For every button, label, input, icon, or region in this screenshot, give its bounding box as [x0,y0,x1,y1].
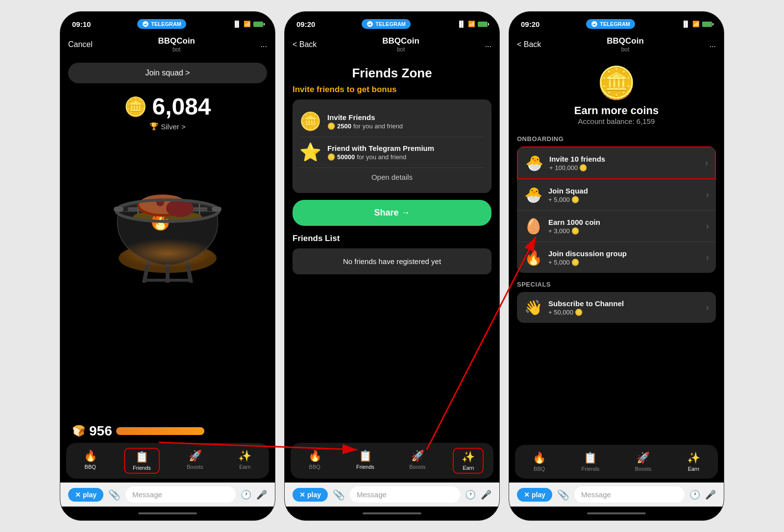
bread-count-row: 🍞 956 [68,423,204,439]
boosts-tab-label-1: Boosts [187,464,203,470]
coin-mini-icon-2: 🪙 [327,153,335,161]
mic-icon-1: 🎤 [256,489,267,500]
tab-earn-2[interactable]: ✨ Earn [453,448,484,474]
tab-boosts-2[interactable]: 🚀 Boosts [401,448,434,474]
boosts-tab-label-3: Boosts [635,466,652,472]
tab-friends-2[interactable]: 📋 Friends [348,448,382,474]
friends-zone-title: Friends Zone [293,58,491,85]
premium-friends-option[interactable]: ⭐ Friend with Telegram Premium 🪙 50000 f… [299,137,485,168]
status-bar-3: 09:20 TELEGRAM ▐▌ 📶 [509,12,724,33]
message-input-2[interactable]: Message [350,486,460,503]
phone-friends: 09:20 TELEGRAM ▐▌ 📶 < Back BBQCoin bot .… [284,11,500,521]
coin-icon: 🪙 [124,96,147,118]
tab-friends-1[interactable]: 📋 Friends [124,448,160,474]
message-input-3[interactable]: Message [574,486,685,503]
status-bar-1: 09:10 TELEGRAM ▐▌ 📶 [60,12,275,33]
subscribe-bonus: + 50,000 🪙 [548,309,700,316]
earn-1000-title: Earn 1000 coin [548,218,700,226]
message-bar-1: ✕ play 📎 Message 🕐 🎤 [60,483,275,507]
premium-friends-bonus: 🪙 50000 for you and friend [327,153,434,161]
x-icon-2: ✕ [299,491,305,499]
chick-icon-2: 🐣 [524,186,542,203]
tab-bar-1: 🔥 BBQ 📋 Friends 🚀 Boosts ✨ Earn [66,443,269,479]
back-button-3[interactable]: < Back [517,40,541,49]
earn-item-invite-10[interactable]: 🐣 Invite 10 friends + 100,000 🪙 › [517,146,716,179]
tab-earn-1[interactable]: ✨ Earn [230,448,259,474]
message-input-1[interactable]: Message [125,486,236,503]
home-bar-1 [138,512,197,514]
invite-10-title: Invite 10 friends [549,155,699,163]
earn-item-discussion[interactable]: 🔥 Join discussion group + 5,000 🪙 › [517,242,716,273]
friends-tab-icon-2: 📋 [359,450,372,462]
tab-bar-2: 🔥 BBQ 📋 Friends 🚀 Boosts ✨ Earn [291,443,493,479]
play-button-3[interactable]: ✕ play [517,488,552,502]
attachment-icon-1[interactable]: 📎 [108,489,121,501]
open-details-button[interactable]: Open details [299,168,485,186]
friends-screen: Friends Zone Invite friends to get bonus… [285,58,499,439]
app-subtitle-3: bot [607,46,644,53]
more-button-3[interactable]: ... [710,40,716,49]
mic-icon-2: 🎤 [481,489,491,500]
tab-bbq-1[interactable]: 🔥 BBQ [76,448,105,474]
earn-1000-bonus: + 3,000 🪙 [548,227,700,235]
more-button-1[interactable]: ... [261,40,267,49]
friends-tab-icon-3: 📋 [584,452,597,464]
svg-rect-17 [114,207,123,212]
earn-item-earn-1000[interactable]: 🥚 Earn 1000 coin + 3,000 🪙 › [517,211,716,242]
back-button-2[interactable]: < Back [293,40,317,49]
invite-friends-bonus: 🪙 2500 for you and friend [327,122,403,130]
attachment-icon-2[interactable]: 📎 [333,489,345,501]
nav-title-2: BBQCoin bot [382,36,419,53]
telegram-badge-1: TELEGRAM [137,19,186,29]
attachment-icon-3[interactable]: 📎 [557,489,569,501]
coin-mini-icon-1: 🪙 [327,122,335,130]
phone-bbq: 09:10 TELEGRAM ▐▌ 📶 Cancel BBQCoin bot .… [60,11,275,521]
cancel-button[interactable]: Cancel [68,40,93,49]
bread-number: 956 [89,423,112,439]
battery-icon-2 [478,22,488,27]
join-squad-bonus: + 5,000 🪙 [548,196,700,203]
app-subtitle-1: bot [158,46,195,53]
wave-icon: 👋 [524,299,542,316]
share-button[interactable]: Share → [293,200,491,226]
join-squad-button[interactable]: Join squad > [68,63,267,83]
tab-earn-3[interactable]: ✨ Earn [679,450,708,474]
invite-friends-option[interactable]: 🪙 Invite Friends 🪙 2500 for you and frie… [299,106,485,137]
earn-item-subscribe[interactable]: 👋 Subscribe to Channel + 50,000 🪙 › [517,292,716,323]
boosts-tab-icon-1: 🚀 [189,450,202,462]
tab-bbq-3[interactable]: 🔥 BBQ [525,450,554,474]
invite-friends-text: Invite Friends 🪙 2500 for you and friend [327,113,403,130]
silver-badge[interactable]: 🏆 Silver > [149,122,185,131]
tab-friends-3[interactable]: 📋 Friends [574,450,608,474]
no-friends-card: No friends have registered yet [293,248,491,274]
boosts-tab-icon-3: 🚀 [637,452,650,464]
onboarding-card: 🐣 Invite 10 friends + 100,000 🪙 › 🐣 [517,146,716,273]
tab-bbq-2[interactable]: 🔥 BBQ [300,448,329,474]
earn-coin-big-icon: 🪙 [597,65,636,100]
grill-container[interactable]: 🔥 [99,136,236,283]
home-indicator-1 [60,507,275,520]
chevron-icon-2: › [706,190,709,200]
message-icons-2: 🕐 🎤 [465,489,491,500]
earn-tab-label-1: Earn [239,464,250,470]
friends-tab-label-3: Friends [582,466,600,472]
tab-boosts-1[interactable]: 🚀 Boosts [179,448,211,474]
earn-item-join-squad[interactable]: 🐣 Join Squad + 5,000 🪙 › [517,179,716,211]
play-button-1[interactable]: ✕ play [68,488,103,502]
tab-bar-3: 🔥 BBQ 📋 Friends 🚀 Boosts ✨ Earn [515,445,718,479]
bbq-screen: Join squad > 🪙 6,084 🏆 Silver > [60,58,275,439]
status-icons-1: ▐▌ 📶 [233,21,263,27]
clock-icon-3: 🕐 [689,489,700,500]
phone-earn: 09:20 TELEGRAM ▐▌ 📶 < Back BBQCoin bot .… [509,11,724,521]
chevron-icon-4: › [706,252,709,263]
more-button-2[interactable]: ... [485,40,491,49]
friends-list-title: Friends List [293,234,491,243]
telegram-label-2: TELEGRAM [375,21,406,27]
status-bar-2: 09:20 TELEGRAM ▐▌ 📶 [285,12,499,33]
tab-boosts-3[interactable]: 🚀 Boosts [627,450,660,474]
invite-10-bonus: + 100,000 🪙 [549,164,699,171]
onboarding-label: Onboarding [517,135,716,143]
clock-icon-2: 🕐 [465,489,476,500]
chevron-icon-3: › [706,221,709,231]
play-button-2[interactable]: ✕ play [293,488,328,502]
